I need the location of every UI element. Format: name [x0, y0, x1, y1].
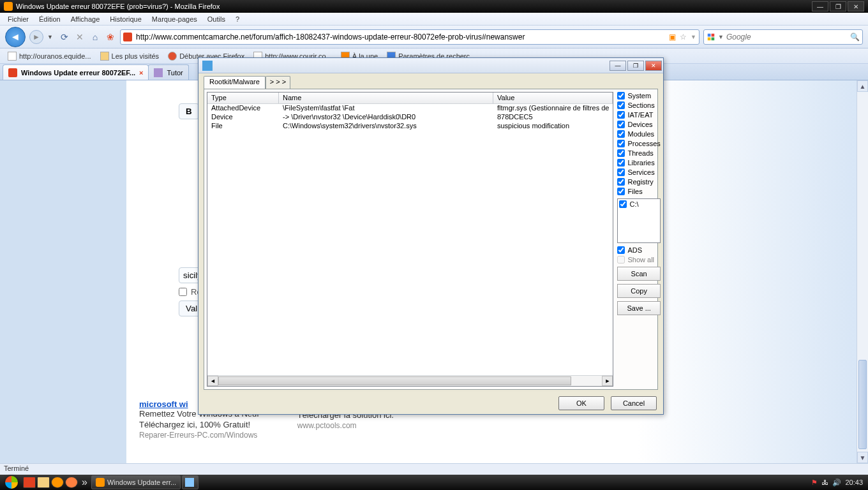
vertical-scrollbar[interactable]: ▲ ▼	[857, 80, 868, 463]
scan-button[interactable]: Scan	[617, 267, 660, 281]
check-label: System	[627, 92, 651, 100]
bookmark-item[interactable]: Les plus visités	[96, 50, 163, 62]
tray-network-icon[interactable]: 🖧	[821, 479, 828, 486]
scroll-track[interactable]	[857, 92, 868, 452]
check-ads[interactable]: ADS	[617, 246, 660, 254]
taskbar-app-gmer[interactable]	[182, 475, 198, 489]
close-button[interactable]: ✕	[848, 1, 864, 11]
bookmark-item[interactable]: http://ouranos.equide...	[4, 50, 95, 62]
ad-text: Téléchargez ici, 100% Gratuit!	[139, 420, 259, 431]
taskbar-overflow-icon[interactable]: »	[79, 477, 90, 488]
tab-more[interactable]: > > >	[266, 76, 290, 89]
url-bar[interactable]: ▣ ☆ ▼	[120, 29, 700, 45]
results-listview[interactable]: Type Name Value AttachedDevice\FileSyste…	[207, 92, 613, 387]
reload-icon[interactable]: ⟳	[59, 31, 70, 43]
menu-edit[interactable]: Édition	[34, 14, 66, 24]
check-iat[interactable]: IAT/EAT	[617, 111, 660, 119]
bold-button[interactable]: B	[179, 103, 199, 119]
check-services[interactable]: Services	[617, 168, 660, 176]
url-input[interactable]	[136, 33, 665, 41]
scroll-down-icon[interactable]: ▼	[857, 452, 868, 463]
list-row[interactable]: AttachedDevice\FileSystem\fastfat \Fatfl…	[207, 104, 613, 113]
check-devices[interactable]: Devices	[617, 121, 660, 128]
check-processes[interactable]: Processes	[617, 140, 660, 147]
bookmark-star-icon[interactable]: ☆	[680, 33, 687, 41]
reply-checkbox[interactable]	[179, 288, 187, 296]
tray-volume-icon[interactable]: 🔊	[832, 479, 841, 487]
maximize-button[interactable]: ❐	[830, 1, 846, 11]
col-type[interactable]: Type	[207, 93, 279, 103]
dialog-maximize-button[interactable]: ❐	[627, 61, 644, 71]
listview-hscroll[interactable]: ◄ ►	[207, 375, 613, 386]
menu-file[interactable]: Fichier	[3, 14, 34, 24]
menu-tools[interactable]: Outils	[202, 14, 230, 24]
tab-rootkit[interactable]: Rootkit/Malware	[204, 76, 266, 89]
svg-rect-1	[712, 33, 715, 36]
scroll-thumb[interactable]	[858, 360, 867, 449]
check-modules[interactable]: Modules	[617, 130, 660, 138]
scroll-right-icon[interactable]: ►	[602, 376, 613, 386]
save-button[interactable]: Save ...	[617, 301, 660, 315]
forward-button[interactable]: ►	[29, 30, 43, 44]
taskbar-app-firefox[interactable]: Windows Update err...	[91, 475, 181, 489]
window-controls: ― ❐ ✕	[812, 1, 864, 11]
check-sections[interactable]: Sections	[617, 101, 660, 109]
copy-button[interactable]: Copy	[617, 284, 660, 298]
tab-active[interactable]: Windows Update erreur 80072EF... ×	[3, 64, 149, 80]
drive-item[interactable]: C:\	[619, 200, 658, 208]
svg-rect-2	[708, 37, 711, 40]
check-system[interactable]: System	[617, 92, 660, 100]
col-value[interactable]: Value	[493, 93, 613, 103]
pinned-wmp-icon[interactable]	[65, 477, 78, 488]
firefox-small-icon	[96, 478, 105, 487]
dialog-minimize-button[interactable]: ―	[610, 61, 626, 71]
status-bar: Terminé	[0, 463, 868, 475]
tab-close-icon[interactable]: ×	[139, 69, 143, 77]
site-favicon-icon	[123, 33, 132, 41]
firefox-menubar: Fichier Édition Affichage Historique Mar…	[0, 13, 868, 26]
cancel-button[interactable]: Cancel	[611, 396, 657, 410]
dialog-close-button[interactable]: ✕	[645, 61, 662, 71]
url-dropdown-icon[interactable]: ▼	[691, 34, 696, 40]
check-registry[interactable]: Registry	[617, 178, 660, 186]
minimize-button[interactable]: ―	[812, 1, 828, 11]
check-label: Files	[627, 188, 642, 195]
pinned-avira-icon[interactable]	[23, 477, 36, 488]
tray-flag-icon[interactable]: ⚑	[811, 479, 818, 487]
start-button[interactable]	[1, 475, 22, 490]
cell-type: Device	[207, 113, 279, 122]
scroll-up-icon[interactable]: ▲	[857, 80, 868, 92]
search-input[interactable]	[726, 33, 848, 41]
menu-history[interactable]: Historique	[105, 14, 147, 24]
menu-bookmarks[interactable]: Marque-pages	[147, 14, 202, 24]
check-threads[interactable]: Threads	[617, 149, 660, 157]
clock[interactable]: 20:43	[845, 479, 863, 486]
rss-icon[interactable]: ▣	[669, 33, 676, 41]
cell-value: 878DCEC5	[493, 113, 537, 122]
col-name[interactable]: Name	[279, 93, 493, 103]
check-files[interactable]: Files	[617, 188, 660, 195]
check-libraries[interactable]: Libraries	[617, 159, 660, 167]
pinned-firefox-icon[interactable]	[51, 477, 64, 488]
scroll-left-icon[interactable]: ◄	[207, 376, 218, 386]
options-panel: System Sections IAT/EAT Devices Modules …	[613, 89, 664, 389]
stop-icon[interactable]: ✕	[74, 31, 86, 43]
history-dropdown[interactable]: ▼	[47, 34, 55, 40]
ok-button[interactable]: OK	[558, 396, 604, 410]
dialog-titlebar[interactable]: ― ❐ ✕	[198, 58, 663, 73]
back-button[interactable]: ◄	[5, 27, 26, 47]
menu-help[interactable]: ?	[230, 14, 244, 24]
search-go-icon[interactable]: 🔍	[850, 33, 860, 41]
pinned-explorer-icon[interactable]	[37, 477, 50, 488]
menu-view[interactable]: Affichage	[66, 14, 105, 24]
hscroll-thumb[interactable]	[218, 376, 571, 385]
tab-inactive[interactable]: Tutor	[148, 64, 188, 80]
list-row[interactable]: Device-> \Driver\nvstor32 \Device\Harddi…	[207, 113, 613, 122]
check-label: Threads	[627, 149, 653, 157]
drives-list[interactable]: C:\	[617, 198, 660, 243]
home-icon[interactable]: ⌂	[89, 31, 101, 43]
addon-icon[interactable]: ❀	[105, 31, 116, 43]
list-row[interactable]: FileC:\Windows\system32\drivers\nvstor32…	[207, 122, 613, 131]
search-dropdown-icon[interactable]: ▼	[718, 34, 724, 40]
search-bar[interactable]: ▼ 🔍	[703, 29, 863, 45]
